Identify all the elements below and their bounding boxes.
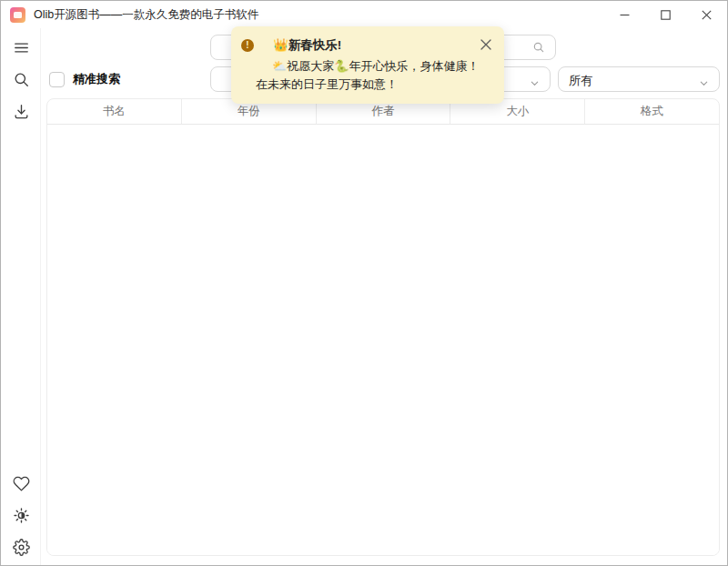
- window-title: Olib开源图书——一款永久免费的电子书软件: [34, 7, 258, 23]
- toast-message: ⛅祝愿大家🐍年开心快乐，身体健康！ 在未来的日子里万事如意！: [256, 57, 491, 94]
- column-header-title[interactable]: 书名: [47, 99, 182, 124]
- menu-icon[interactable]: [13, 39, 30, 56]
- favorites-heart-icon[interactable]: [13, 475, 30, 492]
- format-filter-select[interactable]: 所有: [558, 66, 720, 92]
- app-logo-icon: [10, 7, 25, 23]
- chevron-down-icon: [699, 76, 709, 92]
- close-button[interactable]: [686, 1, 727, 28]
- search-icon[interactable]: [13, 71, 30, 88]
- search-submit-icon[interactable]: [532, 41, 545, 57]
- toast-message-line2: 在未来的日子里万事如意！: [256, 76, 491, 94]
- results-table: 书名 年份 作者 大小 格式: [46, 98, 720, 556]
- maximize-button[interactable]: [645, 1, 686, 28]
- minimize-button[interactable]: [604, 1, 645, 28]
- download-icon[interactable]: [13, 103, 30, 120]
- window-controls: [604, 1, 727, 28]
- theme-toggle-icon[interactable]: [13, 507, 30, 524]
- settings-gear-icon[interactable]: [13, 539, 30, 556]
- table-body-empty: [47, 125, 719, 556]
- precise-search-group: 精准搜索: [49, 66, 120, 92]
- sidebar: [1, 28, 41, 565]
- toast-close-icon[interactable]: [480, 38, 492, 51]
- column-header-format[interactable]: 格式: [585, 99, 719, 124]
- precise-search-checkbox[interactable]: [49, 72, 65, 87]
- warning-circle-icon: !: [241, 39, 254, 52]
- titlebar: Olib开源图书——一款永久免费的电子书软件: [1, 1, 727, 28]
- toast-title: 👑新春快乐!: [273, 37, 491, 54]
- toast-message-line1: ⛅祝愿大家🐍年开心快乐，身体健康！: [256, 57, 491, 76]
- chevron-down-icon: [530, 76, 540, 92]
- format-filter-value: 所有: [569, 73, 592, 89]
- app-window: Olib开源图书——一款永久免费的电子书软件: [0, 0, 728, 566]
- notification-toast: ! 👑新春快乐! ⛅祝愿大家🐍年开心快乐，身体健康！ 在未来的日子里万事如意！: [231, 26, 504, 104]
- precise-search-label: 精准搜索: [73, 71, 120, 87]
